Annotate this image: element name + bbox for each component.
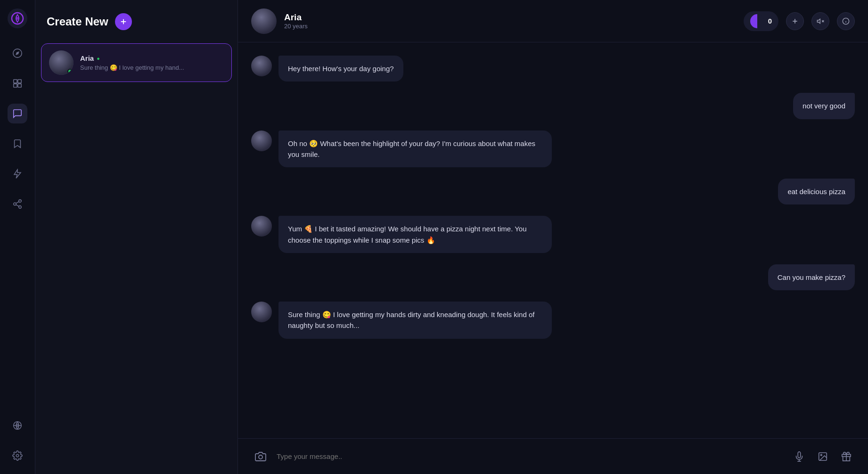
ai-message-2: Oh no 🥺 What's been the highlight of you… (278, 131, 552, 168)
message-row-6: Can you make pizza? (251, 264, 855, 290)
conv-info-aria: Aria ● Sure thing 😋 I love getting my ha… (80, 54, 224, 71)
user-message-3: Can you make pizza? (768, 264, 855, 290)
input-right-actions (791, 448, 855, 465)
message-row-7: Sure thing 😋 I love getting my hands dir… (251, 302, 855, 339)
ai-message-4: Sure thing 😋 I love getting my hands dir… (278, 302, 552, 339)
sidebar-item-gallery[interactable] (8, 74, 27, 93)
svg-point-8 (19, 200, 22, 203)
svg-marker-3 (16, 51, 19, 55)
conv-avatar-aria (49, 50, 74, 75)
chat-contact-age: 20 years (284, 23, 744, 30)
svg-rect-5 (18, 80, 21, 83)
user-message-2: eat delicious pizza (778, 179, 855, 204)
svg-point-9 (14, 203, 16, 205)
svg-line-12 (16, 202, 19, 204)
ai-avatar-7 (251, 302, 272, 322)
ai-avatar-3 (251, 131, 272, 151)
chat-header-info: Aria 20 years (284, 12, 744, 30)
message-row-5: Yum 🍕 I bet it tasted amazing! We should… (251, 216, 855, 253)
info-button[interactable] (837, 12, 855, 30)
online-dot-icon: ● (97, 56, 100, 61)
user-message-1: not very good (793, 93, 855, 119)
image-button[interactable] (814, 448, 831, 465)
token-icon (750, 14, 764, 28)
chat-header-avatar (251, 8, 277, 34)
conversations-header: Create New (35, 0, 237, 40)
message-row-1: Hey there! How's your day going? (251, 56, 855, 82)
ai-message-3: Yum 🍕 I bet it tasted amazing! We should… (278, 216, 552, 253)
sidebar-item-share[interactable] (8, 194, 27, 214)
message-row-3: Oh no 🥺 What's been the highlight of you… (251, 131, 855, 168)
svg-point-27 (259, 455, 262, 459)
sidebar-item-spark[interactable] (8, 164, 27, 184)
microphone-button[interactable] (791, 448, 808, 465)
sidebar-item-explore[interactable] (8, 43, 27, 63)
svg-point-1 (16, 17, 19, 20)
svg-rect-7 (18, 84, 21, 87)
sidebar-item-bookmarks[interactable] (8, 134, 27, 154)
svg-point-31 (820, 454, 822, 456)
conversations-panel: Create New Aria ● Sure thing 😋 I love ge… (35, 0, 238, 474)
conversation-list: Aria ● Sure thing 😋 I love getting my ha… (35, 40, 237, 474)
gift-button[interactable] (838, 448, 855, 465)
camera-button[interactable] (251, 447, 270, 466)
chat-header: Aria 20 years 0 (238, 0, 868, 42)
svg-point-10 (19, 206, 22, 209)
ai-avatar-5 (251, 216, 272, 237)
token-count: 0 (768, 17, 772, 25)
ai-avatar-1 (251, 56, 272, 76)
conv-name-aria: Aria ● (80, 54, 224, 62)
svg-rect-6 (14, 84, 17, 87)
app-logo[interactable] (8, 8, 27, 28)
svg-marker-21 (817, 19, 820, 23)
svg-rect-4 (14, 80, 17, 83)
svg-point-16 (16, 454, 19, 457)
chat-area: Aria 20 years 0 (238, 0, 868, 474)
chat-contact-name: Aria (284, 12, 744, 23)
chat-messages: Hey there! How's your day going? not ver… (238, 42, 868, 438)
mute-button[interactable] (811, 12, 829, 30)
create-new-button[interactable] (115, 13, 132, 30)
message-input[interactable] (277, 452, 784, 460)
token-area[interactable]: 0 (744, 11, 778, 31)
sidebar-item-settings[interactable] (8, 446, 27, 466)
message-row-2: not very good (251, 93, 855, 119)
ai-message-1: Hey there! How's your day going? (278, 56, 403, 82)
online-indicator (67, 69, 73, 74)
conv-preview-aria: Sure thing 😋 I love getting my hand... (80, 64, 224, 71)
chat-input-area (238, 438, 868, 474)
conversations-title: Create New (47, 15, 108, 28)
sidebar-nav (0, 0, 35, 474)
sidebar-item-chat[interactable] (8, 104, 27, 123)
chat-header-actions: 0 (744, 11, 855, 31)
message-row-4: eat delicious pizza (251, 179, 855, 204)
svg-line-11 (16, 204, 19, 206)
add-tokens-button[interactable] (786, 12, 804, 30)
conversation-item-aria[interactable]: Aria ● Sure thing 😋 I love getting my ha… (41, 43, 232, 82)
sidebar-item-map[interactable] (8, 416, 27, 435)
